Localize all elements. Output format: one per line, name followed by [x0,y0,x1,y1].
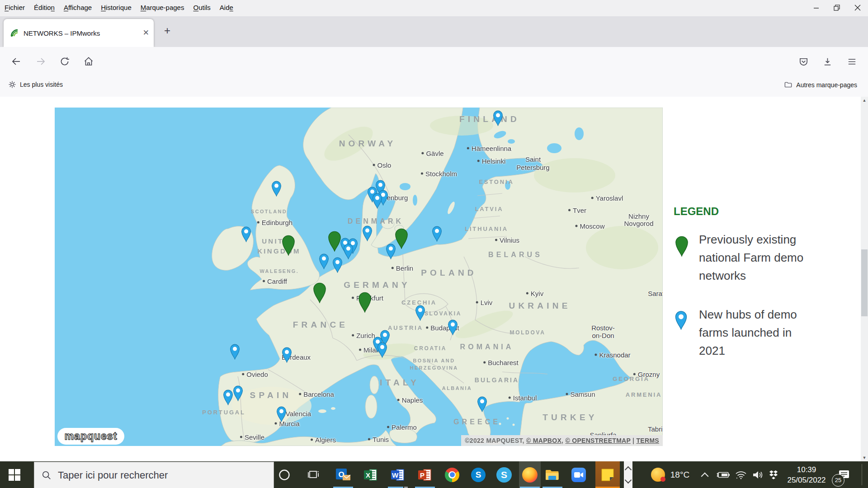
country-label: TURKEY [542,413,597,422]
blue-map-pin[interactable] [270,179,283,197]
firefox-app-button-active[interactable] [519,461,541,488]
blue-map-pin[interactable] [229,343,241,360]
blue-map-pin[interactable] [342,242,354,259]
country-label: ALBANIA [442,385,472,391]
scrollbar-thumb[interactable] [861,249,868,316]
pocket-button[interactable] [795,53,811,70]
city-dot [368,438,370,441]
powerpoint-app-button[interactable]: P [414,461,436,488]
downloads-button[interactable] [819,53,835,70]
city-dot [591,197,594,199]
notification-center-button[interactable]: 25 [831,461,857,488]
blue-map-pin[interactable] [331,256,344,273]
scroll-down-icon[interactable]: ▼ [861,455,868,460]
europe-map[interactable]: NORWAYFINLANDESTONIALATVIALITHUANIABELAR… [55,108,663,446]
blue-map-pin[interactable] [476,395,488,412]
sticky-notes-app-button[interactable] [595,461,620,488]
volume-tray-button[interactable] [749,461,766,488]
tab-networks-ipmworks[interactable]: NETWORKS – IPMworks ✕ [4,19,154,47]
start-button[interactable] [4,461,25,488]
scroll-row-up-icon[interactable] [625,466,632,474]
menu-outils[interactable]: Outils [189,0,215,11]
wifi-tray-button[interactable] [733,461,749,488]
excel-app-button[interactable]: X [360,461,382,488]
attribution-link[interactable]: © MAPBOX [526,437,561,444]
wifi-icon [735,470,747,479]
skype-business-app-button[interactable]: S [467,461,489,488]
chrome-app-button[interactable] [441,461,463,488]
mapquest-logo[interactable]: mapquest [57,428,124,445]
menu-marque-pages[interactable]: Marque-pages [136,0,189,11]
tab-close-icon[interactable]: ✕ [143,28,149,38]
legend-item: Previously existingnational Farm demonet… [674,230,861,285]
menu-édition[interactable]: Édition [29,0,59,11]
menu-affichage[interactable]: Affichage [59,0,96,11]
task-view-button[interactable] [302,461,324,488]
weather-tray-button[interactable] [647,461,668,488]
clock-tray-button[interactable]: 10:39 25/05/2022 [786,461,827,488]
show-desktop-divider[interactable] [862,464,862,485]
back-button[interactable] [8,53,24,70]
page-content: NORWAYFINLANDESTONIALATVIALITHUANIABELAR… [0,97,861,461]
attribution-text: | [631,437,637,444]
cortana-button[interactable] [274,461,295,488]
blue-map-pin[interactable] [240,225,252,242]
menu-aide[interactable]: Aide [215,0,238,11]
city-label: Gävle [421,150,443,157]
bookmark-most-visited[interactable]: Les plus visités [8,80,63,89]
attribution-link[interactable]: TERMS [637,437,660,444]
blue-map-pin[interactable] [492,109,504,126]
dropbox-tray-button[interactable] [765,461,782,488]
outlook-app-button[interactable]: O [332,461,354,488]
scroll-up-icon[interactable]: ▲ [861,98,868,103]
green-map-pin[interactable] [357,290,373,313]
country-label: ARMENIA [626,391,662,398]
close-window-button[interactable] [847,0,868,15]
blue-map-pin[interactable] [385,242,397,259]
city-dot [633,373,636,375]
menu-historique[interactable]: Historique [96,0,136,11]
taskbar-row-scroller[interactable] [624,461,632,488]
blue-map-pin[interactable] [275,405,288,422]
blue-map-pin[interactable] [318,252,330,269]
skype-icon: S [496,467,512,483]
restore-button[interactable] [826,0,847,15]
blue-map-pin[interactable] [361,224,373,241]
page-scrollbar[interactable]: ▲ ▼ [861,97,868,461]
home-button[interactable] [80,53,97,70]
minimize-button[interactable] [806,0,826,15]
menu-fichier[interactable]: Fichier [0,0,29,11]
new-tab-button[interactable]: + [159,24,175,37]
green-map-pin[interactable] [280,233,297,256]
blue-map-pin[interactable] [281,346,293,363]
tray-expand-button[interactable] [698,461,712,488]
file-explorer-app-button[interactable] [542,461,563,488]
navigation-toolbar: https://ipmworks.net/networks/ [0,47,868,76]
other-bookmarks-button[interactable]: Autres marque-pages [784,80,857,89]
blue-map-pin[interactable] [376,341,388,358]
scroll-row-down-icon[interactable] [625,477,632,484]
blue-map-pin[interactable] [414,304,426,321]
battery-tray-button[interactable] [714,461,732,488]
city-dot [387,426,389,428]
task-view-icon [307,469,319,480]
blue-map-pin[interactable] [447,318,459,335]
city-dot [426,327,428,329]
notification-count-badge: 25 [832,474,844,487]
green-map-pin[interactable] [311,281,328,303]
blue-map-pin[interactable] [222,388,234,405]
zoom-app-button[interactable] [568,461,590,488]
blue-map-pin[interactable] [431,225,443,242]
forward-button[interactable] [33,53,49,70]
skype-app-button[interactable]: S [493,461,515,488]
city-dot [421,152,424,155]
country-label: UKRAINE [509,301,571,311]
blue-map-pin[interactable] [371,192,383,209]
word-app-button[interactable]: W [387,461,409,488]
attribution-link[interactable]: © OPENSTREETMAP [565,437,630,444]
taskbar-search-box[interactable]: Taper ici pour rechercher [34,462,274,488]
reload-button[interactable] [57,53,73,70]
app-menu-button[interactable] [844,53,860,70]
temperature-label[interactable]: 18°C [668,461,692,488]
windows-taskbar: Taper ici pour rechercher O X W [0,461,868,488]
